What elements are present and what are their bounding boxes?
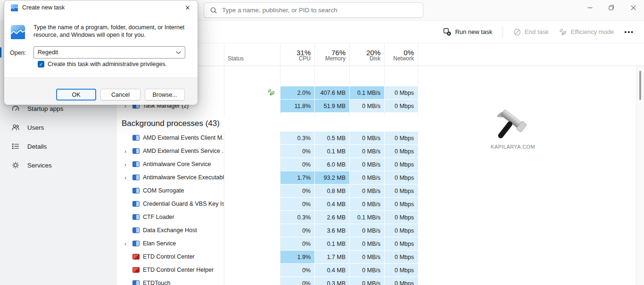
efficiency-mode-button[interactable]: Efficiency mode bbox=[559, 28, 614, 36]
watermark: KAPILARYA.COM bbox=[487, 105, 539, 150]
process-icon bbox=[132, 241, 140, 246]
minimize-button[interactable] bbox=[579, 0, 601, 15]
network-cell: 0 Mbps bbox=[385, 250, 418, 263]
table-row[interactable]: COM Surrogate 0% 0.8 MB 0 MB/s 0 Mbps bbox=[117, 184, 644, 197]
end-task-icon bbox=[513, 28, 521, 36]
status-cell bbox=[224, 197, 281, 210]
process-name: CTF Loader bbox=[143, 214, 174, 220]
sidebar-item-label: Details bbox=[27, 143, 47, 150]
column-header-network[interactable]: 0% Network bbox=[385, 43, 418, 66]
maximize-restore-button[interactable] bbox=[601, 0, 622, 15]
end-task-button[interactable]: End task bbox=[513, 28, 549, 36]
sidebar-item-details[interactable]: Details bbox=[6, 137, 111, 156]
process-name: Antimalware Core Service bbox=[143, 161, 211, 168]
row-filler bbox=[418, 197, 644, 210]
run-new-task-button[interactable]: Run new task bbox=[443, 28, 492, 36]
search-box[interactable] bbox=[204, 2, 423, 18]
table-row[interactable]: › Antimalware Core Service 0% 6.0 MB 0 M… bbox=[117, 158, 644, 171]
network-cell: 0 Mbps bbox=[385, 237, 418, 250]
process-name: ETDTouch bbox=[143, 280, 170, 285]
process-name: ETD Control Center Helper bbox=[143, 267, 214, 273]
table-row[interactable]: › Antimalware Service Executable 1.7% 93… bbox=[117, 171, 644, 184]
memory-cell: 407.6 MB bbox=[315, 86, 350, 99]
chevron-down-icon bbox=[176, 51, 181, 54]
cpu-cell: 2.0% bbox=[281, 86, 315, 99]
ok-button[interactable]: OK bbox=[56, 89, 96, 101]
network-cell: 0 Mbps bbox=[385, 210, 418, 224]
memory-cell: 0.4 MB bbox=[315, 197, 350, 210]
column-header-cpu[interactable]: 31% CPU bbox=[281, 43, 315, 66]
browse-button[interactable]: Browse... bbox=[145, 89, 185, 101]
status-cell bbox=[224, 131, 281, 144]
disk-cell: 0 MB/s bbox=[350, 158, 385, 171]
disk-cell: 0 MB/s bbox=[350, 171, 385, 184]
process-icon bbox=[132, 135, 140, 141]
search-input[interactable] bbox=[222, 7, 418, 14]
table-row[interactable]: ETD Control Center 1.9% 1.7 MB 0 MB/s 0 … bbox=[117, 250, 644, 263]
memory-cell: 2.6 MB bbox=[315, 210, 350, 224]
cpu-cell: 0% bbox=[281, 277, 315, 285]
admin-privileges-row: ✓ Create this task with administrative p… bbox=[38, 61, 167, 67]
network-cell: 0 Mbps bbox=[385, 158, 418, 171]
table-row[interactable]: › Elan Service 0% 0.1 MB 0 MB/s 0 Mbps bbox=[117, 237, 644, 250]
selected-page-indicator bbox=[0, 47, 1, 58]
network-cell: 0 Mbps bbox=[385, 144, 418, 158]
scrollbar-thumb[interactable] bbox=[639, 71, 641, 100]
admin-privileges-label: Create this task with administrative pri… bbox=[48, 61, 167, 67]
row-filler bbox=[418, 86, 644, 99]
memory-cell: 93.2 MB bbox=[315, 171, 350, 184]
run-new-task-icon bbox=[443, 28, 451, 36]
speedometer-icon bbox=[11, 104, 20, 113]
process-icon bbox=[132, 227, 140, 233]
efficiency-leaf-icon bbox=[267, 89, 275, 96]
status-cell bbox=[224, 237, 281, 250]
list-icon bbox=[11, 142, 20, 151]
disk-cell: 0 MB/s bbox=[350, 131, 385, 144]
process-name: AMD External Events Service ... bbox=[143, 148, 224, 154]
table-row[interactable]: CTF Loader 0.3% 2.6 MB 0.1 MB/s 0 Mbps bbox=[117, 210, 644, 224]
more-options-button[interactable]: ••• bbox=[624, 28, 634, 36]
status-cell bbox=[224, 250, 281, 263]
process-icon bbox=[132, 280, 140, 285]
memory-cell: 51.9 MB bbox=[315, 99, 350, 112]
process-icon bbox=[132, 214, 140, 220]
table-row[interactable]: ETD Control Center Helper 0% 0.4 MB 0 MB… bbox=[117, 263, 644, 277]
close-button[interactable] bbox=[622, 0, 644, 15]
column-header-status[interactable]: Status bbox=[224, 43, 281, 66]
dialog-titlebar: Create new task ✕ bbox=[4, 0, 198, 15]
disk-cell: 0 MB/s bbox=[350, 263, 385, 277]
vertical-scrollbar[interactable] bbox=[636, 66, 644, 285]
cpu-cell: 0% bbox=[281, 158, 315, 171]
table-row[interactable]: Credential Guard & VBS Key Is... 0% 0.4 … bbox=[117, 197, 644, 210]
row-filler bbox=[418, 184, 644, 197]
row-filler bbox=[418, 210, 644, 224]
table-row[interactable]: Data Exchange Host 0% 3.6 MB 0 MB/s 0 Mb… bbox=[117, 224, 644, 237]
admin-privileges-checkbox[interactable]: ✓ bbox=[38, 61, 44, 67]
table-row[interactable]: AMD External Events Client M... 0.3% 0.5… bbox=[117, 131, 644, 144]
sidebar-item-users[interactable]: Users bbox=[6, 118, 111, 137]
background-processes-section-header[interactable]: Background processes (43) bbox=[117, 116, 644, 131]
sidebar-item-services[interactable]: Services bbox=[6, 156, 111, 175]
process-icon bbox=[132, 148, 140, 154]
expand-chevron-icon[interactable]: › bbox=[122, 161, 129, 168]
disk-cell: 0 MB/s bbox=[350, 184, 385, 197]
expand-chevron-icon[interactable]: › bbox=[122, 148, 129, 155]
memory-cell: 0.1 MB bbox=[315, 237, 350, 250]
disk-cell: 0 MB/s bbox=[350, 250, 385, 263]
cancel-button[interactable]: Cancel bbox=[100, 89, 140, 101]
table-row[interactable]: › AMD External Events Service ... 0% 0.1… bbox=[117, 144, 644, 158]
expand-chevron-icon[interactable]: › bbox=[122, 174, 129, 181]
expand-chevron-icon[interactable]: › bbox=[122, 240, 129, 247]
column-header-memory[interactable]: 76% Memory bbox=[315, 43, 350, 66]
table-row[interactable]: ETDTouch 0% 0.3 MB 0 MB/s 0 Mbps bbox=[117, 277, 644, 285]
column-header-disk[interactable]: 20% Disk bbox=[350, 43, 385, 66]
status-cell bbox=[224, 263, 281, 277]
status-cell bbox=[224, 224, 281, 237]
users-icon bbox=[11, 123, 20, 132]
open-combobox[interactable]: Regedit bbox=[33, 46, 185, 59]
row-filler bbox=[418, 250, 644, 263]
network-cell: 0 Mbps bbox=[385, 263, 418, 277]
process-icon bbox=[132, 161, 140, 167]
dialog-close-icon[interactable]: ✕ bbox=[181, 2, 195, 13]
memory-cell: 0.5 MB bbox=[315, 131, 350, 144]
